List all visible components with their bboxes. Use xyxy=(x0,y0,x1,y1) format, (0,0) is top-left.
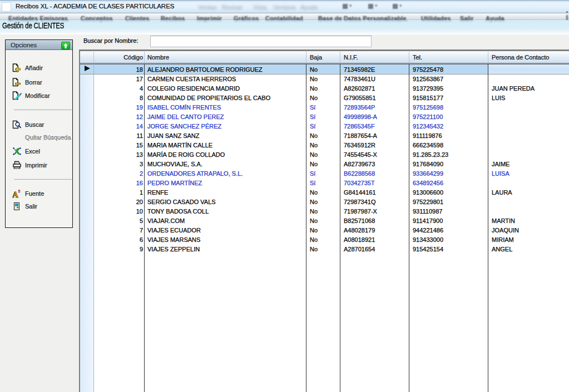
svg-text:A: A xyxy=(12,190,18,198)
